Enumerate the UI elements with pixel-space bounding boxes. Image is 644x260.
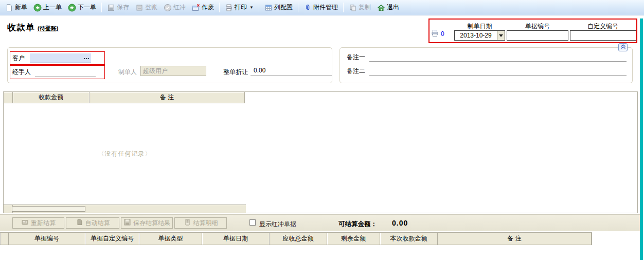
copy-button[interactable]: 复制 xyxy=(346,2,374,13)
settlement-detail-button[interactable]: 结算明细 xyxy=(174,217,227,229)
custom-number-input[interactable] xyxy=(570,30,636,41)
remark2-input[interactable] xyxy=(369,65,627,76)
print-count-value: 0 xyxy=(441,30,444,38)
column-header-total-receivable[interactable]: 应收总金额 xyxy=(270,233,327,245)
custom-number-label: 自定义编号 xyxy=(570,22,636,31)
document-type-title: 收款单 xyxy=(7,23,35,32)
next-icon xyxy=(68,4,76,12)
show-red-label: 显示红冲单据 xyxy=(259,220,296,229)
toolbar-separator xyxy=(101,3,102,12)
toolbar-label: 登账 xyxy=(145,3,157,12)
status-badge: (待登账) xyxy=(38,25,58,31)
toolbar-separator xyxy=(219,3,220,12)
save-settlement-label: 保存结算结果 xyxy=(133,219,170,228)
red-reverse-icon xyxy=(164,4,172,12)
exit-home-icon xyxy=(377,4,385,12)
doc-date-value: 2013-10-29 xyxy=(455,31,497,40)
print-button[interactable]: 打印 ▼ xyxy=(222,2,257,13)
column-config-icon xyxy=(264,4,273,12)
toolbar: 新单 上一单 下一单 保存 登账 红冲 作废 打印 ▼ 列配置 附件管理 xyxy=(0,0,644,15)
window-edge-bar xyxy=(640,18,643,260)
resettle-label: 重新结算 xyxy=(31,219,56,228)
save-icon xyxy=(107,4,115,12)
double-chevron-up-icon xyxy=(620,44,626,51)
save-button[interactable]: 保存 xyxy=(104,2,132,13)
toolbar-separator xyxy=(343,3,344,12)
next-doc-button[interactable]: 下一单 xyxy=(65,2,99,13)
detail-grid-footer xyxy=(4,205,246,213)
auto-settle-button[interactable]: 自动结算 xyxy=(66,217,119,229)
customer-input[interactable]: … xyxy=(30,53,91,63)
doc-number-label: 单据编号 xyxy=(507,22,568,31)
toolbar-label: 红冲 xyxy=(173,3,186,12)
column-header-amount[interactable]: 收款金额 xyxy=(13,92,90,103)
dropdown-arrow-icon: ▼ xyxy=(249,6,254,10)
exit-button[interactable]: 退出 xyxy=(374,2,402,13)
settlement-detail-label: 结算明细 xyxy=(193,219,218,228)
column-header-remaining[interactable]: 剩余金额 xyxy=(327,233,380,245)
column-header-remark[interactable]: 备 注 xyxy=(90,92,245,103)
handler-label: 经手人 xyxy=(12,68,31,77)
discount-input[interactable]: 0.00 xyxy=(251,66,332,76)
save-settlement-icon xyxy=(123,218,131,228)
column-header-doc-number[interactable]: 单据编号 xyxy=(9,233,85,245)
row-selector-header xyxy=(1,233,9,245)
toolbar-label: 列配置 xyxy=(274,3,293,12)
column-config-button[interactable]: 列配置 xyxy=(261,2,296,13)
remarks-groupbox: 备注一 备注二 xyxy=(339,47,633,83)
detail-grid-header: 收款金额 备 注 xyxy=(4,92,245,103)
customer-lookup-button[interactable]: … xyxy=(82,54,91,62)
new-doc-button[interactable]: 新单 xyxy=(2,2,30,13)
remark1-label: 备注一 xyxy=(347,53,365,62)
post-icon xyxy=(135,4,144,12)
horizontal-scrollbar[interactable] xyxy=(12,206,85,212)
column-header-doc-type[interactable]: 单据类型 xyxy=(139,233,202,245)
doc-number-input[interactable] xyxy=(507,30,568,41)
remark2-label: 备注二 xyxy=(347,67,365,76)
collapse-panel-button[interactable] xyxy=(618,43,628,51)
auto-settle-icon xyxy=(76,218,83,228)
column-header-custom-number[interactable]: 单据自定义编号 xyxy=(85,233,139,245)
show-red-checkbox[interactable] xyxy=(249,219,256,226)
resettle-icon xyxy=(21,218,29,228)
doc-date-select[interactable]: 2013-10-29 xyxy=(454,30,505,41)
print-icon xyxy=(225,4,233,12)
page-title: 收款单(待登账) xyxy=(7,22,58,33)
toolbar-label: 上一单 xyxy=(43,3,62,12)
column-header-doc-date[interactable]: 单据日期 xyxy=(202,233,270,245)
toolbar-label: 打印 xyxy=(235,3,247,12)
creator-value-field: 超级用户 xyxy=(140,66,206,76)
void-button[interactable]: 作废 xyxy=(189,2,217,13)
customer-label: 客户 xyxy=(12,54,25,63)
toolbar-label: 下一单 xyxy=(78,3,96,12)
toolbar-label: 退出 xyxy=(387,3,399,12)
toolbar-label: 新单 xyxy=(15,3,27,12)
toolbar-separator xyxy=(259,3,259,12)
table-empty-text: 〈没有任何记录〉 xyxy=(4,150,246,158)
customer-field-box: 客户 … xyxy=(10,51,105,65)
red-reverse-button[interactable]: 红冲 xyxy=(160,2,189,13)
discount-label: 整单折让 xyxy=(223,68,248,77)
date-dropdown-button[interactable] xyxy=(497,31,505,40)
dropdown-arrow-icon xyxy=(499,34,503,37)
handler-field-box: 经手人 xyxy=(10,65,105,79)
attachment-button[interactable]: 附件管理 xyxy=(300,2,341,13)
remark1-input[interactable] xyxy=(369,51,627,62)
column-header-current-receipt[interactable]: 本次收款金额 xyxy=(380,233,438,245)
party-info-groupbox: 客户 … 经手人 制单人 超级用户 整单折让 0.00 xyxy=(7,47,332,83)
toolbar-label: 附件管理 xyxy=(313,3,338,12)
copy-icon xyxy=(349,4,357,12)
column-header-remark[interactable]: 备 注 xyxy=(438,233,592,245)
attachment-icon xyxy=(303,4,312,12)
handler-input[interactable] xyxy=(35,68,96,77)
toolbar-separator xyxy=(298,3,298,12)
post-button[interactable]: 登账 xyxy=(132,2,160,13)
void-icon xyxy=(192,4,200,12)
prev-doc-button[interactable]: 上一单 xyxy=(30,2,65,13)
settleable-amount-label: 可结算金额： xyxy=(338,220,377,229)
resettle-button[interactable]: 重新结算 xyxy=(12,217,64,229)
settlement-detail-icon xyxy=(184,218,191,228)
save-settlement-button[interactable]: 保存结算结果 xyxy=(121,217,173,229)
print-count-indicator: 0 xyxy=(431,29,444,39)
documents-grid-header: 单据编号 单据自定义编号 单据类型 单据日期 应收总金额 剩余金额 本次收款金额… xyxy=(0,232,592,245)
